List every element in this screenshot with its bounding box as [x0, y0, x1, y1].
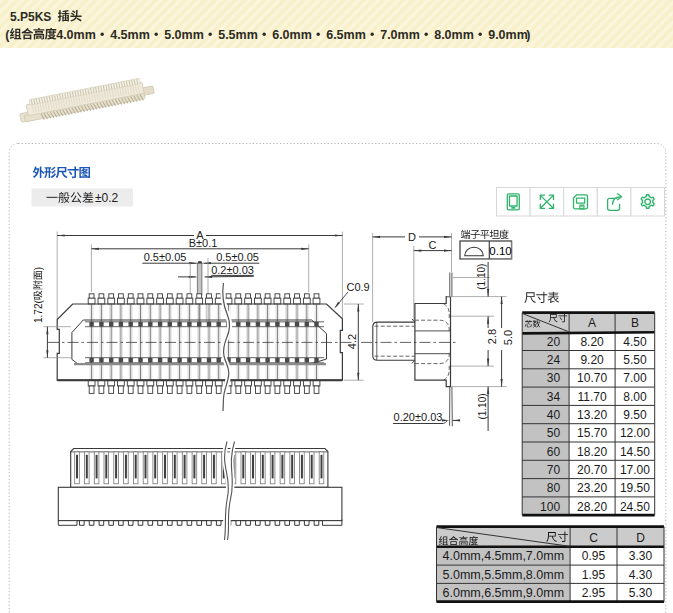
svg-text:5.0: 5.0 [502, 330, 514, 345]
svg-text:5.P5KS: 5.P5KS [10, 10, 51, 24]
svg-text:8.0mm: 8.0mm [434, 28, 474, 42]
svg-text:10.70: 10.70 [577, 371, 607, 385]
svg-text:C0.9: C0.9 [347, 281, 370, 293]
svg-text:6.0mm: 6.0mm [272, 28, 312, 42]
svg-text:0.5±0.05: 0.5±0.05 [216, 251, 259, 263]
svg-text:12.00: 12.00 [620, 426, 650, 440]
svg-text:(1.10): (1.10) [476, 264, 487, 290]
svg-text:B: B [631, 316, 639, 330]
svg-text:2.8: 2.8 [486, 329, 498, 344]
svg-text:24.50: 24.50 [620, 500, 650, 514]
svg-text:24: 24 [547, 353, 561, 367]
svg-text:5.30: 5.30 [629, 586, 653, 600]
svg-text:B±0.1: B±0.1 [189, 237, 218, 249]
svg-text:±0.2: ±0.2 [95, 191, 119, 205]
svg-text:C: C [589, 531, 598, 545]
svg-text:3.30: 3.30 [629, 549, 653, 563]
svg-text:40: 40 [547, 408, 561, 422]
svg-text:A: A [588, 316, 596, 330]
svg-text:9.50: 9.50 [623, 408, 647, 422]
svg-text:18.20: 18.20 [577, 445, 607, 459]
svg-text:15.70: 15.70 [577, 426, 607, 440]
svg-text:7.00: 7.00 [623, 371, 647, 385]
svg-text:0.10: 0.10 [489, 245, 511, 257]
svg-text:17.00: 17.00 [620, 463, 650, 477]
svg-text:100: 100 [540, 500, 560, 514]
svg-text:0.95: 0.95 [582, 549, 606, 563]
svg-text:4.30: 4.30 [629, 568, 653, 582]
svg-text:4.2: 4.2 [346, 334, 358, 349]
svg-text:20.70: 20.70 [577, 463, 607, 477]
svg-text:23.20: 23.20 [577, 481, 607, 495]
svg-text:0.5±0.05: 0.5±0.05 [144, 251, 187, 263]
svg-text:19.50: 19.50 [620, 481, 650, 495]
svg-text:28.20: 28.20 [577, 500, 607, 514]
svg-text:34: 34 [547, 390, 561, 404]
svg-text:5.0mm: 5.0mm [164, 28, 204, 42]
svg-text:0.2±0.03: 0.2±0.03 [211, 264, 254, 276]
svg-text:60: 60 [547, 445, 561, 459]
svg-text:6.0mm,6.5mm,9.0mm: 6.0mm,6.5mm,9.0mm [443, 586, 565, 600]
svg-text:): ) [526, 28, 530, 42]
svg-text:1.72(: 1.72( [33, 300, 44, 323]
svg-text:4.0mm,4.5mm,7.0mm: 4.0mm,4.5mm,7.0mm [443, 549, 565, 563]
svg-text:80: 80 [547, 481, 561, 495]
svg-text:7.0mm: 7.0mm [380, 28, 420, 42]
svg-text:0.20±0.03: 0.20±0.03 [394, 411, 443, 423]
svg-text:20: 20 [547, 335, 561, 349]
svg-text:13.20: 13.20 [577, 408, 607, 422]
svg-text:9.20: 9.20 [580, 353, 604, 367]
svg-text:9.0mm: 9.0mm [488, 28, 528, 42]
svg-text:8.20: 8.20 [580, 335, 604, 349]
svg-text:5.0mm,5.5mm,8.0mm: 5.0mm,5.5mm,8.0mm [443, 568, 565, 582]
svg-text:6.5mm: 6.5mm [326, 28, 366, 42]
svg-text:): ) [33, 267, 44, 270]
svg-text:2.95: 2.95 [582, 586, 606, 600]
svg-text:5.50: 5.50 [623, 353, 647, 367]
svg-text:11.70: 11.70 [578, 390, 607, 404]
svg-text:1.95: 1.95 [582, 568, 606, 582]
svg-text:4.0mm: 4.0mm [56, 28, 96, 42]
svg-text:C: C [429, 239, 437, 251]
svg-text:50: 50 [547, 426, 561, 440]
svg-text:5.5mm: 5.5mm [218, 28, 258, 42]
svg-text:(1.10): (1.10) [477, 393, 488, 419]
svg-text:8.00: 8.00 [623, 390, 647, 404]
svg-text:D: D [636, 531, 645, 545]
svg-text:70: 70 [547, 463, 561, 477]
svg-text:14.50: 14.50 [620, 445, 650, 459]
svg-text:30: 30 [547, 371, 561, 385]
svg-text:4.5mm: 4.5mm [110, 28, 150, 42]
svg-text:4.50: 4.50 [623, 335, 647, 349]
svg-text:D: D [408, 231, 416, 243]
